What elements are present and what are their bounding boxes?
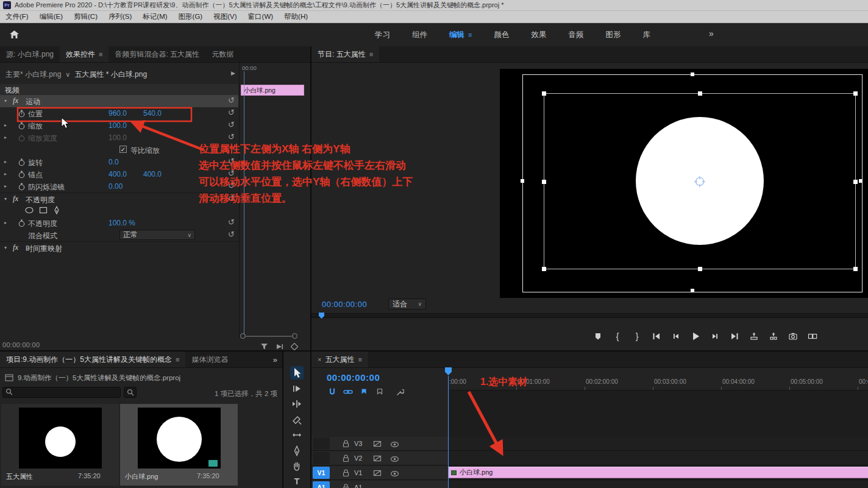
keyframe-nav-icon[interactable] [291,342,298,350]
linked-selection-icon[interactable] [343,387,354,397]
effect-controls-timecode[interactable]: 00:00:00:00 [2,341,40,348]
workspace-tab-audio[interactable]: 音频 [568,30,583,40]
program-timecode[interactable]: 00:00:00:00 [322,300,367,309]
play-icon[interactable] [688,329,703,344]
source-track-indicator[interactable] [313,452,330,464]
opacity-value[interactable]: 100.0 % [108,219,135,227]
selection-handle[interactable] [698,267,702,271]
type-tool[interactable]: T [290,475,304,488]
go-to-in-icon[interactable] [649,329,664,344]
workspace-tab-menu-icon[interactable]: ≡ [468,31,472,38]
track-name[interactable]: V3 [354,440,362,447]
panel-overflow-icon[interactable]: » [273,355,277,364]
snap-icon[interactable] [327,387,338,397]
workspace-tab-editing[interactable]: 编辑≡ [449,30,472,40]
anchor-point-target-icon[interactable] [694,175,706,190]
search-filter-icon[interactable] [124,387,137,398]
selection-handle[interactable] [542,91,546,96]
panel-menu-icon[interactable]: ≡ [369,46,373,63]
pen-tool[interactable] [290,444,304,458]
mark-out-icon[interactable]: } [630,329,644,344]
stopwatch-icon[interactable] [18,170,26,181]
tab-media-browser[interactable]: 媒体浏览器 [185,352,234,367]
tab-sequence[interactable]: × 五大属性 ≡ [311,352,368,367]
track-lock-icon[interactable] [342,483,350,488]
track-v2-lane[interactable] [448,451,868,465]
workspace-overflow-icon[interactable]: » [709,29,714,38]
twirl-closed-icon[interactable]: ▸ [4,171,7,177]
source-track-indicator[interactable] [313,437,330,450]
ripple-edit-tool[interactable] [290,397,304,411]
comparison-view-icon[interactable] [805,329,820,344]
panel-menu-icon[interactable]: ≡ [358,352,361,368]
hand-tool[interactable] [290,459,304,473]
menu-window[interactable]: 窗口(W) [243,12,279,21]
sync-lock-icon[interactable] [373,439,382,450]
track-v1-lane[interactable]: 小白球.png [448,466,868,480]
workspace-tab-color[interactable]: 颜色 [494,30,509,40]
timeline-playhead-line[interactable] [448,376,449,488]
track-name[interactable]: A1 [354,484,362,488]
project-item-label[interactable]: 五大属性 [6,472,33,481]
anchor-x-value[interactable]: 400.0 [108,170,127,179]
rect-mask-icon[interactable] [38,206,48,217]
stopwatch-icon[interactable] [18,109,26,120]
track-lock-icon[interactable] [342,439,350,450]
close-icon[interactable]: × [318,352,321,368]
rotation-value[interactable]: 0.0 [108,158,119,166]
sequence-clip-label[interactable]: 五大属性 * 小白球.png [74,69,147,80]
panel-menu-icon[interactable]: ≡ [99,46,102,63]
timeline-clip[interactable]: 小白球.png [448,467,868,478]
track-name[interactable]: V1 [354,469,362,476]
sync-lock-icon[interactable] [373,469,382,479]
antiflicker-value[interactable]: 0.00 [108,182,123,191]
menu-graphics[interactable]: 图形(G) [173,12,208,21]
workspace-tab-effects[interactable]: 效果 [531,30,546,40]
uniform-scale-checkbox[interactable]: ✓ [119,146,127,153]
project-item-clip[interactable]: 小白球.png 7:35:20 [120,404,238,486]
marker-icon[interactable] [374,387,385,397]
track-lock-icon[interactable] [342,454,350,465]
anchor-y-value[interactable]: 400.0 [143,170,162,179]
opacity-property-row[interactable]: ▸ 不透明度 100.0 % ↺ [0,217,238,229]
stopwatch-icon[interactable] [18,219,26,230]
track-name[interactable]: V2 [354,454,362,462]
menu-help[interactable]: 帮助(H) [279,12,313,21]
razor-tool[interactable] [290,413,304,426]
add-marker-icon[interactable] [591,329,605,344]
tab-program-monitor[interactable]: 节目: 五大属性≡ [311,46,379,62]
lift-icon[interactable] [747,329,761,344]
track-v3-header[interactable]: V3 [311,437,448,451]
selection-handle[interactable] [542,180,546,184]
sync-lock-icon[interactable] [373,454,382,465]
workspace-tab-libraries[interactable]: 库 [642,30,650,40]
selection-handle[interactable] [853,267,858,271]
blend-mode-dropdown[interactable]: 正常 ∨ [119,230,195,240]
program-monitor-video[interactable] [500,69,868,298]
menu-file[interactable]: 文件(F) [0,12,34,21]
tab-source-monitor[interactable]: 源: 小白球.png [0,46,60,62]
slip-tool[interactable] [290,428,304,442]
scale-property-row[interactable]: ▸ 缩放 100.0 ↺ [0,119,238,132]
home-icon[interactable] [7,28,21,41]
project-file-row[interactable]: 9.动画制作（一）5大属性讲解及关键帧的概念.prproj [5,373,180,383]
position-x-value[interactable]: 960.0 [108,109,127,118]
stopwatch-icon[interactable] [18,158,26,169]
track-output-eye-icon[interactable] [390,439,399,450]
tab-effect-controls[interactable]: 效果控件≡ [60,46,108,62]
project-item-label[interactable]: 小白球.png [125,472,158,481]
reset-scale-icon[interactable]: ↺ [228,120,235,129]
menu-clip[interactable]: 剪辑(C) [68,12,103,21]
pen-mask-icon[interactable] [52,206,61,217]
workspace-tab-learning[interactable]: 学习 [375,30,390,40]
source-track-indicator[interactable]: V1 [313,467,330,479]
tab-project[interactable]: 项目:9.动画制作（一）5大属性讲解及关键帧的概念≡ [0,352,185,367]
workspace-tab-assembly[interactable]: 组件 [412,30,427,40]
menu-edit[interactable]: 编辑(E) [34,12,68,21]
selection-handle[interactable] [853,91,858,96]
track-output-eye-icon[interactable] [390,469,399,479]
reset-scale-width-icon[interactable]: ↺ [228,132,235,141]
position-property-row[interactable]: 位置 960.0 540.0 ↺ [0,107,238,119]
tab-metadata[interactable]: 元数据 [205,46,240,62]
reset-blend-icon[interactable]: ↺ [228,230,235,239]
